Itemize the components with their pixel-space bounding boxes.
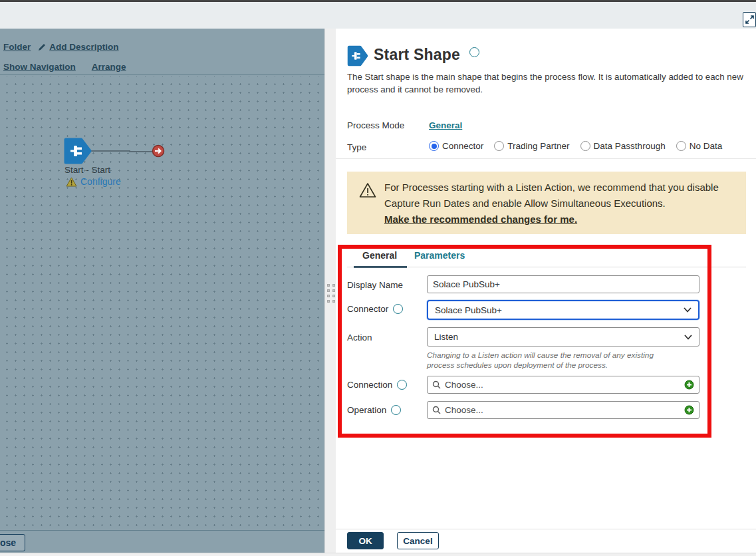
close-button[interactable]: Close xyxy=(0,534,25,551)
connection-placeholder: Choose... xyxy=(445,380,483,390)
page-title: Start Shape xyxy=(374,46,460,64)
plus-icon xyxy=(684,380,694,390)
connection-choose-input[interactable]: Choose... xyxy=(427,376,699,394)
arrange-link[interactable]: Arrange xyxy=(92,62,126,72)
radio-trading-partner-control[interactable] xyxy=(494,141,504,151)
operation-info-icon[interactable] xyxy=(391,405,401,415)
tab-parameters[interactable]: Parameters xyxy=(414,250,465,261)
connection-label: Connection xyxy=(347,380,392,390)
process-mode-value-link[interactable]: General xyxy=(429,120,462,130)
listen-action-warning-banner: For Processes starting with a Listen Act… xyxy=(347,172,746,234)
warning-recommend-link[interactable]: Make the recommended changes for me. xyxy=(384,211,577,227)
warning-text: For Processes starting with a Listen Act… xyxy=(384,182,719,209)
radio-data-passthrough[interactable]: Data Passthrough xyxy=(580,141,666,151)
start-shape-icon xyxy=(347,45,368,67)
type-label: Type xyxy=(347,142,366,152)
radio-connector-label: Connector xyxy=(442,141,483,151)
tab-bar-border xyxy=(347,267,746,267)
radio-no-data[interactable]: No Data xyxy=(676,141,723,151)
pencil-icon xyxy=(37,43,47,52)
page-description: The Start shape is the main shape that b… xyxy=(347,70,746,96)
radio-no-data-label: No Data xyxy=(690,141,723,151)
folder-link[interactable]: Folder xyxy=(3,42,31,52)
tab-bar: General Parameters xyxy=(347,250,746,267)
search-icon xyxy=(432,406,441,414)
search-icon xyxy=(432,380,441,389)
operation-choose-input[interactable]: Choose... xyxy=(427,401,699,419)
connector-select-value: Solace PubSub+ xyxy=(435,305,502,315)
cancel-button[interactable]: Cancel xyxy=(397,532,439,549)
action-label: Action xyxy=(347,333,372,343)
warning-outline-icon xyxy=(359,182,376,198)
add-description-link[interactable]: Add Description xyxy=(49,42,118,52)
action-select[interactable]: Listen xyxy=(427,327,699,347)
connector-label: Connector xyxy=(347,304,388,314)
operation-placeholder: Choose... xyxy=(445,405,483,415)
canvas-header: Folder Add Description Show Navigation A… xyxy=(0,29,324,75)
display-name-label: Display Name xyxy=(347,280,403,290)
radio-connector[interactable]: Connector xyxy=(429,141,483,151)
connector-line xyxy=(91,151,160,152)
show-navigation-link[interactable]: Show Navigation xyxy=(3,62,76,72)
radio-trading-partner[interactable]: Trading Partner xyxy=(494,141,569,151)
operation-label: Operation xyxy=(347,405,386,415)
window-bottom-strip xyxy=(0,553,756,556)
action-select-value: Listen xyxy=(434,332,458,342)
splitter-drag-handle[interactable] xyxy=(327,284,335,303)
radio-no-data-control[interactable] xyxy=(676,141,686,151)
title-info-icon[interactable] xyxy=(469,47,479,57)
display-name-input[interactable] xyxy=(427,275,699,293)
radio-trading-partner-label: Trading Partner xyxy=(507,141,569,151)
radio-data-passthrough-label: Data Passthrough xyxy=(594,141,666,151)
ok-button[interactable]: OK xyxy=(347,532,384,549)
connector-info-icon[interactable] xyxy=(393,304,403,314)
process-mode-label: Process Mode xyxy=(347,120,404,130)
connection-info-icon[interactable] xyxy=(397,380,407,390)
add-connection-button[interactable] xyxy=(684,380,694,390)
warning-triangle-icon xyxy=(66,177,77,187)
connector-select[interactable]: Solace PubSub+ xyxy=(427,300,699,320)
section-divider xyxy=(336,158,756,159)
plus-icon xyxy=(684,405,694,415)
start-shape-pentagon[interactable] xyxy=(66,140,90,162)
endpoint-arrow-icon[interactable] xyxy=(153,146,164,157)
tab-general[interactable]: General xyxy=(362,250,397,261)
expand-panel-button[interactable] xyxy=(743,12,756,27)
configure-link[interactable]: Configure xyxy=(80,176,121,187)
start-shape-properties-panel: Start Shape The Start shape is the main … xyxy=(336,29,756,553)
process-canvas[interactable]: Folder Add Description Show Navigation A… xyxy=(0,29,324,553)
chevron-down-icon xyxy=(684,307,692,313)
chevron-down-icon xyxy=(684,335,692,340)
start-shape-node[interactable] xyxy=(63,137,166,166)
footer-divider xyxy=(336,529,756,529)
action-change-note: Changing to a Listen action will cause t… xyxy=(427,350,680,370)
add-operation-button[interactable] xyxy=(684,405,694,415)
shape-name-label: Start - Start xyxy=(64,165,110,175)
radio-connector-control[interactable] xyxy=(429,141,439,151)
radio-data-passthrough-control[interactable] xyxy=(580,141,590,151)
type-radio-group: Connector Trading Partner Data Passthrou… xyxy=(429,141,722,151)
panel-splitter[interactable] xyxy=(324,29,336,556)
canvas-footer: Close xyxy=(0,530,324,553)
top-toolbar xyxy=(0,2,756,29)
expand-icon xyxy=(745,15,754,24)
